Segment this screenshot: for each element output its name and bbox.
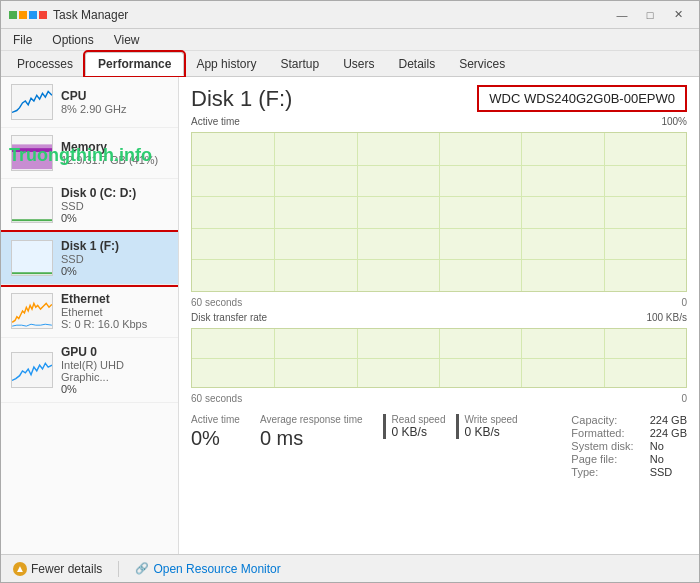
svg-rect-3 (12, 148, 52, 152)
gpu0-title: GPU 0 (61, 345, 168, 359)
disk1-pct: 0% (61, 265, 168, 277)
right-panel: Disk 1 (F:) WDC WDS240G2G0B-00EPW0 Activ… (179, 77, 699, 554)
fewer-details-button[interactable]: ▲ Fewer details (13, 562, 102, 576)
small-chart-grid (192, 329, 686, 387)
svg-rect-4 (12, 187, 52, 221)
active-time-value: 0% (191, 427, 240, 449)
open-resource-monitor-button[interactable]: 🔗 Open Resource Monitor (135, 562, 280, 576)
memory-thumbnail (11, 135, 53, 171)
gpu0-info: GPU 0 Intel(R) UHD Graphic... 0% (61, 345, 168, 395)
tab-startup[interactable]: Startup (268, 53, 331, 75)
read-speed-label: Read speed (392, 414, 446, 425)
gpu0-sub: Intel(R) UHD Graphic... (61, 359, 168, 383)
ethernet-title: Ethernet (61, 292, 168, 306)
tab-bar: Processes Performance App history Startu… (1, 51, 699, 77)
write-speed-item: Write speed 0 KB/s (456, 414, 518, 439)
active-time-label: Active time (191, 414, 240, 425)
ethernet-info: Ethernet Ethernet S: 0 R: 16.0 Kbps (61, 292, 168, 330)
chart-small-label-right: 100 KB/s (646, 312, 687, 323)
title-bar: Task Manager — □ ✕ (1, 1, 699, 29)
separator (118, 561, 119, 577)
disk1-title: Disk 1 (F:) (61, 239, 168, 253)
ethernet-sub: Ethernet (61, 306, 168, 318)
sidebar: CPU 8% 2.90 GHz Memory 12.9/31.7 GB (41%… (1, 77, 179, 554)
disk0-thumbnail (11, 187, 53, 223)
chart-small-time: 60 seconds (191, 393, 242, 404)
sidebar-item-cpu[interactable]: CPU 8% 2.90 GHz (1, 77, 178, 128)
tab-users[interactable]: Users (331, 53, 386, 75)
write-speed-label: Write speed (465, 414, 518, 425)
disk0-pct: 0% (61, 212, 168, 224)
svg-rect-7 (12, 272, 52, 274)
sidebar-item-memory[interactable]: Memory 12.9/31.7 GB (41%) (1, 128, 178, 179)
disk1-sub: SSD (61, 253, 168, 265)
formatted-value: 224 GB (650, 427, 687, 439)
chart-main-labels: Active time 100% (191, 116, 687, 127)
open-resource-monitor-label: Open Resource Monitor (153, 562, 280, 576)
disk0-info: Disk 0 (C: D:) SSD 0% (61, 186, 168, 224)
memory-info: Memory 12.9/31.7 GB (41%) (61, 140, 168, 166)
memory-sub: 12.9/31.7 GB (41%) (61, 154, 168, 166)
chart-main-time-row: 60 seconds 0 (191, 296, 687, 308)
chart-main-label-right: 100% (661, 116, 687, 127)
menu-options[interactable]: Options (44, 31, 101, 49)
stats-row: Active time 0% Average response time 0 m… (191, 414, 687, 478)
chart-small-time-row: 60 seconds 0 (191, 392, 687, 404)
right-stats: Capacity: 224 GB Formatted: 224 GB Syste… (571, 414, 687, 478)
svg-rect-6 (12, 240, 52, 274)
panel-model: WDC WDS240G2G0B-00EPW0 (477, 85, 687, 112)
sidebar-item-disk0[interactable]: Disk 0 (C: D:) SSD 0% (1, 179, 178, 232)
cpu-info: CPU 8% 2.90 GHz (61, 89, 168, 115)
tab-performance[interactable]: Performance (85, 52, 184, 76)
disk1-info: Disk 1 (F:) SSD 0% (61, 239, 168, 277)
gpu0-thumbnail (11, 352, 53, 388)
close-button[interactable]: ✕ (665, 5, 691, 25)
avg-response-label: Average response time (260, 414, 363, 425)
tab-processes[interactable]: Processes (5, 53, 85, 75)
write-speed-value: 0 KB/s (465, 425, 518, 439)
tab-app-history[interactable]: App history (184, 53, 268, 75)
type-value: SSD (650, 466, 687, 478)
active-time-group: Active time 0% (191, 414, 240, 449)
window-controls: — □ ✕ (609, 5, 691, 25)
cpu-thumbnail (11, 84, 53, 120)
avg-response-value: 0 ms (260, 427, 363, 449)
cpu-title: CPU (61, 89, 168, 103)
type-label: Type: (571, 466, 633, 478)
formatted-label: Formatted: (571, 427, 633, 439)
speeds-group: Read speed 0 KB/s Write speed 0 KB/s (383, 414, 518, 439)
bottom-bar: ▲ Fewer details 🔗 Open Resource Monitor (1, 554, 699, 582)
title-bar-left: Task Manager (9, 8, 128, 22)
panel-title: Disk 1 (F:) (191, 86, 292, 112)
svg-rect-0 (12, 84, 52, 118)
menu-file[interactable]: File (5, 31, 40, 49)
sidebar-item-ethernet[interactable]: Ethernet Ethernet S: 0 R: 16.0 Kbps (1, 285, 178, 338)
sidebar-item-disk1[interactable]: Disk 1 (F:) SSD 0% (1, 232, 178, 285)
fewer-details-label: Fewer details (31, 562, 102, 576)
tab-services[interactable]: Services (447, 53, 517, 75)
page-file-value: No (650, 453, 687, 465)
menu-bar: File Options View (1, 29, 699, 51)
ethernet-thumbnail (11, 293, 53, 329)
capacity-value: 224 GB (650, 414, 687, 426)
menu-view[interactable]: View (106, 31, 148, 49)
maximize-button[interactable]: □ (637, 5, 663, 25)
app-icon (9, 11, 47, 19)
speed-box: Read speed 0 KB/s Write speed 0 KB/s (383, 414, 518, 439)
chart-section: Active time 100% (191, 116, 687, 546)
main-content: Truongthinh.info CPU 8% 2.90 GHz (1, 77, 699, 554)
system-disk-value: No (650, 440, 687, 452)
svg-rect-5 (12, 219, 52, 221)
capacity-label: Capacity: (571, 414, 633, 426)
window-title: Task Manager (53, 8, 128, 22)
tab-details[interactable]: Details (386, 53, 447, 75)
minimize-button[interactable]: — (609, 5, 635, 25)
page-file-label: Page file: (571, 453, 633, 465)
sidebar-item-gpu0[interactable]: GPU 0 Intel(R) UHD Graphic... 0% (1, 338, 178, 403)
small-chart (191, 328, 687, 388)
main-chart (191, 132, 687, 292)
gpu0-pct: 0% (61, 383, 168, 395)
svg-rect-2 (12, 144, 52, 169)
memory-title: Memory (61, 140, 168, 154)
disk1-thumbnail (11, 240, 53, 276)
